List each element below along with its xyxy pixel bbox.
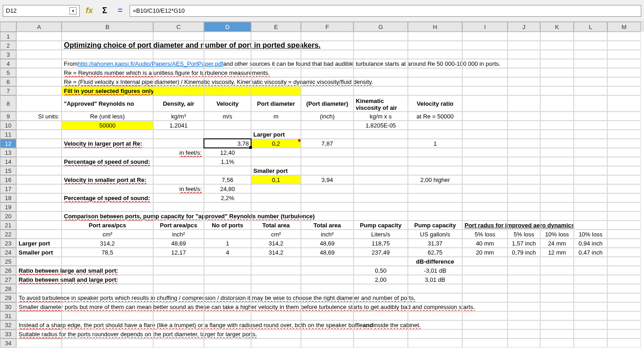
cell-D23[interactable]: 1 <box>204 239 251 248</box>
cell-B2[interactable]: Optimizing choice of port diameter and n… <box>62 41 153 50</box>
cell-G2[interactable] <box>353 41 408 50</box>
cell-E11[interactable]: Larger port <box>251 130 301 139</box>
cell-K27[interactable] <box>540 275 574 284</box>
cell-C13[interactable]: in feet/s: <box>153 148 204 157</box>
cell-B5[interactable]: Re = Reynolds number which is a unitless… <box>62 68 153 77</box>
cell-F12[interactable]: 7,87 <box>301 139 353 148</box>
cell-B7[interactable]: Fill in your selected figures only in th… <box>62 86 153 95</box>
cell-H22[interactable]: US gallon/s <box>408 230 462 239</box>
cell-K3[interactable] <box>540 50 574 59</box>
cell-D33[interactable] <box>204 329 251 338</box>
cell-G11[interactable] <box>353 130 408 139</box>
cell-K18[interactable] <box>540 193 574 202</box>
cell-K20[interactable] <box>540 211 574 221</box>
cell-C26[interactable] <box>153 266 204 275</box>
cell-H24[interactable]: 62,75 <box>408 248 462 257</box>
cell-H7[interactable] <box>408 86 462 95</box>
cell-H11[interactable] <box>408 130 462 139</box>
cell-L5[interactable] <box>574 68 607 77</box>
cell-G15[interactable] <box>353 166 408 175</box>
cell-M18[interactable] <box>607 193 641 202</box>
cell-L12[interactable] <box>574 139 607 148</box>
cell-M7[interactable] <box>607 86 641 95</box>
cell-J8[interactable] <box>508 95 540 112</box>
row-header-2[interactable]: 2 <box>0 41 16 50</box>
cell-L30[interactable] <box>574 302 607 311</box>
cell-D24[interactable]: 4 <box>204 248 251 257</box>
cell-L15[interactable] <box>574 166 607 175</box>
cell-E4[interactable] <box>251 59 301 68</box>
cell-J18[interactable] <box>508 193 540 202</box>
row-header-23[interactable]: 23 <box>0 239 16 248</box>
cell-K21[interactable] <box>540 221 574 230</box>
row-header-8[interactable]: 8 <box>0 95 16 112</box>
cell-G3[interactable] <box>353 50 408 59</box>
cell-F22[interactable]: inch² <box>301 230 353 239</box>
cell-A29[interactable]: To avoid turbulence in speaker ports whi… <box>16 293 62 302</box>
cell-G20[interactable] <box>353 211 408 221</box>
cell-H14[interactable] <box>408 157 462 166</box>
cell-C33[interactable] <box>153 329 204 338</box>
row-header-29[interactable]: 29 <box>0 293 16 302</box>
cell-F34[interactable] <box>301 338 353 348</box>
cell-A22[interactable] <box>16 230 62 239</box>
cell-H17[interactable] <box>408 184 462 193</box>
cell-A14[interactable] <box>16 157 62 166</box>
cell-G23[interactable]: 118,75 <box>353 239 408 248</box>
cell-C5[interactable] <box>153 68 204 77</box>
cell-H15[interactable] <box>408 166 462 175</box>
col-header-H[interactable]: H <box>408 22 462 32</box>
cell-D22[interactable] <box>204 230 251 239</box>
cell-C21[interactable]: Port area/pcs <box>153 221 204 230</box>
row-header-21[interactable]: 21 <box>0 221 16 230</box>
cell-F11[interactable] <box>301 130 353 139</box>
cell-I25[interactable] <box>462 257 508 266</box>
cell-I7[interactable] <box>462 86 508 95</box>
cell-L31[interactable] <box>574 311 607 320</box>
cell-E21[interactable]: Total area <box>251 221 301 230</box>
cell-G6[interactable] <box>353 77 408 86</box>
cell-E32[interactable] <box>251 320 301 329</box>
cell-J28[interactable] <box>508 284 540 293</box>
cell-C4[interactable] <box>153 59 204 68</box>
cell-G29[interactable] <box>353 293 408 302</box>
cell-M12[interactable] <box>607 139 641 148</box>
cell-D31[interactable] <box>204 311 251 320</box>
cell-L2[interactable] <box>574 41 607 50</box>
cell-B15[interactable] <box>62 166 153 175</box>
cell-K9[interactable] <box>540 112 574 121</box>
cell-E31[interactable] <box>251 311 301 320</box>
cell-J14[interactable] <box>508 157 540 166</box>
cell-C17[interactable]: in feet/s: <box>153 184 204 193</box>
cell-D34[interactable] <box>204 338 251 348</box>
cell-L4[interactable] <box>574 59 607 68</box>
cell-D3[interactable] <box>204 50 251 59</box>
row-header-11[interactable]: 11 <box>0 130 16 139</box>
cell-B11[interactable] <box>62 130 153 139</box>
cell-K32[interactable] <box>540 320 574 329</box>
cell-L6[interactable] <box>574 77 607 86</box>
cell-L22[interactable]: 10% loss <box>574 230 607 239</box>
cell-D16[interactable]: 7,56 <box>204 175 251 184</box>
cell-H16[interactable]: 2,00 higher <box>408 175 462 184</box>
row-header-1[interactable]: 1 <box>0 32 16 41</box>
cell-H5[interactable] <box>408 68 462 77</box>
cell-L8[interactable] <box>574 95 607 112</box>
cell-K23[interactable]: 24 mm <box>540 239 574 248</box>
cell-L28[interactable] <box>574 284 607 293</box>
cell-F2[interactable] <box>301 41 353 50</box>
cell-I10[interactable] <box>462 121 508 130</box>
cell-F5[interactable] <box>301 68 353 77</box>
cell-B22[interactable]: cm² <box>62 230 153 239</box>
cell-C22[interactable]: inch² <box>153 230 204 239</box>
cell-H29[interactable] <box>408 293 462 302</box>
cell-F24[interactable]: 48,69 <box>301 248 353 257</box>
cell-A28[interactable] <box>16 284 62 293</box>
cell-J1[interactable] <box>508 32 540 41</box>
cell-M33[interactable] <box>607 329 641 338</box>
cell-J31[interactable] <box>508 311 540 320</box>
cell-J30[interactable] <box>508 302 540 311</box>
cell-I11[interactable] <box>462 130 508 139</box>
cell-H18[interactable] <box>408 193 462 202</box>
cell-A2[interactable] <box>16 41 62 50</box>
